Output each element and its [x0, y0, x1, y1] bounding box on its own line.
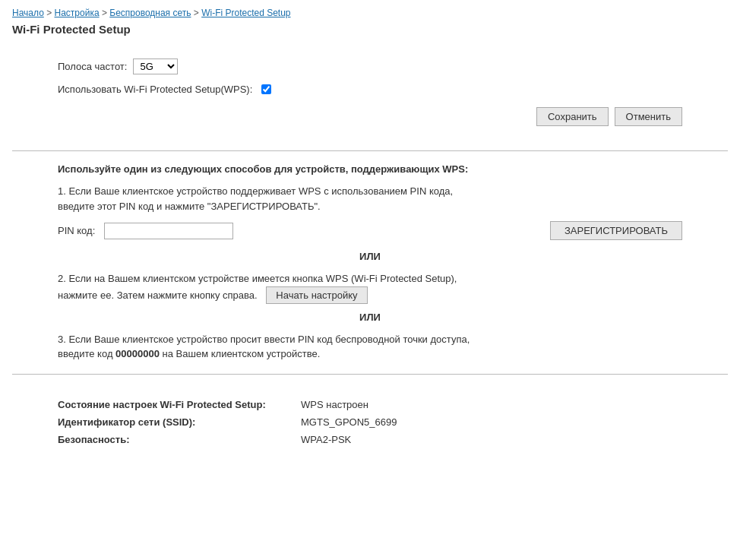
security-value: WPA2-PSK — [301, 434, 351, 445]
security-label: Безопасность: — [58, 434, 301, 445]
step1-text: 1. Если Ваше клиентское устройство подде… — [58, 184, 682, 214]
cancel-button[interactable]: Отменить — [615, 107, 682, 126]
wps-status-row: Состояние настроек Wi-Fi Protected Setup… — [58, 399, 682, 410]
wps-status-value: WPS настроен — [301, 399, 368, 410]
breadcrumb-wireless[interactable]: Беспроводная сеть — [109, 8, 191, 18]
pin-label: PIN код: — [58, 225, 95, 236]
breadcrumb-wps[interactable]: Wi-Fi Protected Setup — [201, 8, 290, 18]
freq-select[interactable]: 5G 2.4G — [133, 59, 178, 74]
wps-checkbox-label: Использовать Wi-Fi Protected Setup(WPS): — [58, 84, 252, 95]
top-form-section: Полоса частот: 5G 2.4G Использовать Wi-F… — [12, 51, 728, 144]
or-text-2: ИЛИ — [58, 312, 682, 323]
save-cancel-row: Сохранить Отменить — [58, 107, 682, 126]
step3-code: 00000000 — [115, 348, 160, 359]
wps-section: Используйте один из следующих способов д… — [12, 163, 728, 362]
status-section: Состояние настроек Wi-Fi Protected Setup… — [12, 387, 728, 459]
ssid-row: Идентификатор сети (SSID): MGTS_GPON5_66… — [58, 416, 682, 428]
pin-input[interactable] — [104, 223, 233, 239]
wps-intro-text: Используйте один из следующих способов д… — [58, 163, 682, 175]
pin-row: PIN код: ЗАРЕГИСТРИРОВАТЬ — [58, 221, 682, 240]
ssid-value: MGTS_GPON5_6699 — [301, 416, 397, 428]
freq-row: Полоса частот: 5G 2.4G — [58, 59, 682, 74]
divider-2 — [12, 374, 728, 375]
wps-checkbox[interactable] — [261, 84, 271, 94]
wps-checkbox-row: Использовать Wi-Fi Protected Setup(WPS): — [58, 84, 682, 95]
breadcrumb-home[interactable]: Начало — [12, 8, 44, 18]
start-setup-button[interactable]: Начать настройку — [266, 286, 367, 304]
save-button[interactable]: Сохранить — [536, 107, 609, 126]
ssid-label: Идентификатор сети (SSID): — [58, 416, 301, 428]
step2-text: 2. Если на Вашем клиентском устройстве и… — [58, 271, 682, 304]
divider-1 — [12, 150, 728, 151]
or-text-1: ИЛИ — [58, 251, 682, 262]
security-row: Безопасность: WPA2-PSK — [58, 434, 682, 445]
step3-text: 3. Если Ваше клиентское устройство проси… — [58, 332, 682, 362]
wps-status-label: Состояние настроек Wi-Fi Protected Setup… — [58, 399, 301, 410]
breadcrumb-settings[interactable]: Настройка — [55, 8, 100, 18]
register-button[interactable]: ЗАРЕГИСТРИРОВАТЬ — [550, 221, 682, 240]
page-title: Wi-Fi Protected Setup — [12, 23, 728, 36]
breadcrumb: Начало > Настройка > Беспроводная сеть >… — [12, 8, 728, 18]
freq-label: Полоса частот: — [58, 61, 127, 72]
